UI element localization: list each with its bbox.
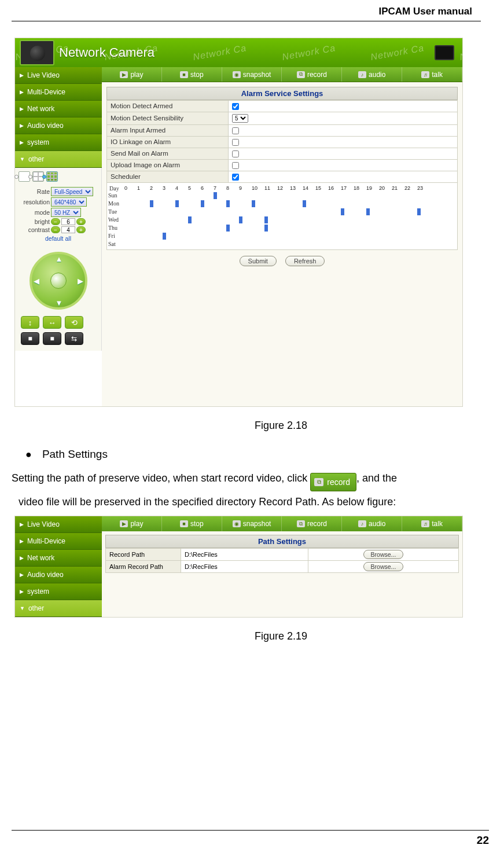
schedule-mark[interactable] [214,192,217,199]
toolbar-play-button[interactable]: ▶play [102,516,162,531]
ptz-left-icon[interactable]: ◀ [34,277,39,285]
schedule-track[interactable] [123,200,456,207]
sidebar-item-live-video[interactable]: ▶Live Video [15,67,102,84]
toolbar-snapshot-button[interactable]: ◉snapshot [222,67,282,82]
schedule-mark[interactable] [417,208,421,215]
dark-button-1[interactable]: ■ [21,332,39,345]
schedule-mark[interactable] [264,216,268,223]
schedule-mark[interactable] [226,200,230,207]
dark-button-3[interactable]: ⇆ [65,332,83,345]
green-button-3[interactable]: ⟲ [65,316,83,329]
send-mail-checkbox[interactable] [232,150,239,157]
schedule-mark[interactable] [201,200,204,207]
refresh-button[interactable]: Refresh [285,256,325,266]
schedule-mark[interactable] [188,216,192,223]
ptz-center-button[interactable] [50,273,67,289]
schedule-mark[interactable] [163,233,166,240]
sidebar-item-system[interactable]: ▶system [15,583,102,600]
contrast-minus-button[interactable]: − [51,226,60,233]
alarm-input-checkbox[interactable] [232,127,239,134]
play-icon: ▶ [120,71,128,78]
alarm-settings-title: Alarm Service Settings [106,87,458,100]
contrast-value[interactable] [61,226,75,233]
resolution-select[interactable]: 640*480 [51,197,87,207]
schedule-mark[interactable] [366,208,370,215]
schedule-grid[interactable]: Day 012345678910111213141516171819202122… [106,182,458,250]
schedule-mark[interactable] [264,225,268,232]
schedule-mark[interactable] [252,200,255,207]
schedule-row[interactable]: Mon [108,200,456,208]
sidebar-item-net-work[interactable]: ▶Net work [15,550,102,567]
record-path-browse-button[interactable]: Browse... [363,550,404,559]
toolbar-stop-button[interactable]: ■stop [162,67,222,82]
schedule-row[interactable]: Tue [108,208,456,216]
sidebar-item-live-video[interactable]: ▶Live Video [15,516,102,533]
chevron-right-icon: ▶ [20,106,24,112]
alarm-record-path-browse-button[interactable]: Browse... [363,562,404,571]
ptz-down-icon[interactable]: ▼ [56,299,63,307]
schedule-track[interactable] [123,208,456,215]
schedule-mark[interactable] [226,225,230,232]
schedule-day-name: Wed [108,216,123,223]
record-button-inline[interactable]: ⧉ record [310,473,356,491]
row-motion-armed-label: Motion Detect Armed [107,101,229,112]
contrast-plus-button[interactable]: + [76,226,86,233]
upload-image-checkbox[interactable] [232,162,239,169]
ptz-control[interactable]: ▲ ▼ ◀ ▶ [27,249,90,313]
scheduler-checkbox[interactable] [232,174,239,181]
toolbar-snapshot-button[interactable]: ◉snapshot [222,516,282,531]
sidebar-item-system[interactable]: ▶system [15,134,102,151]
schedule-track[interactable] [123,225,456,232]
toolbar: ▶play ■stop ◉snapshot ⧉record ♪audio ♬ta… [102,67,462,82]
toolbar-audio-button[interactable]: ♪audio [342,516,402,531]
sidebar-item-multi-device[interactable]: ▶Multi-Device [15,533,102,550]
rate-select[interactable]: Full-Speed [51,187,93,196]
green-button-2[interactable]: ↔ [43,316,61,329]
bright-minus-button[interactable]: − [51,218,60,225]
ptz-right-icon[interactable]: ▶ [78,277,83,285]
schedule-mark[interactable] [303,200,306,207]
schedule-mark[interactable] [341,208,344,215]
default-all-link[interactable]: default all [16,234,100,245]
sidebar-item-audio-video[interactable]: ▶Audio video [15,567,102,583]
bright-plus-button[interactable]: + [76,218,86,225]
schedule-track[interactable] [123,233,456,240]
toolbar-audio-button[interactable]: ♪audio [342,67,402,82]
bright-value[interactable] [61,218,75,225]
dark-button-2[interactable]: ■ [43,332,61,345]
sidebar-item-other[interactable]: ▼other [15,151,102,168]
sidebar-item-other[interactable]: ▼other [15,600,102,617]
sidebar-item-audio-video[interactable]: ▶Audio video [15,117,102,134]
schedule-track[interactable] [123,241,456,248]
schedule-row[interactable]: Sat [108,240,456,248]
schedule-row[interactable]: Wed [108,216,456,224]
sidebar-item-net-work[interactable]: ▶Net work [15,101,102,117]
schedule-track[interactable] [123,216,456,223]
toolbar-talk-button[interactable]: ♬talk [402,67,462,82]
motion-armed-checkbox[interactable] [232,103,239,110]
toolbar-stop-button[interactable]: ■stop [162,516,222,531]
schedule-mark[interactable] [175,200,179,207]
schedule-row[interactable]: Sun [108,192,456,200]
record-path-input[interactable] [185,551,304,558]
view-nine-button[interactable] [46,171,58,182]
green-button-1[interactable]: ↕ [21,316,39,329]
chevron-right-icon: ▶ [20,139,24,145]
schedule-mark[interactable] [239,216,242,223]
schedule-row[interactable]: Thu [108,224,456,232]
schedule-row[interactable]: Fri [108,232,456,240]
header-rule [12,21,481,21]
ptz-up-icon[interactable]: ▲ [56,255,63,263]
mode-select[interactable]: 50 HZ [51,208,81,217]
alarm-record-path-input[interactable] [185,563,304,570]
toolbar-play-button[interactable]: ▶play [102,67,162,82]
schedule-mark[interactable] [150,200,153,207]
submit-button[interactable]: Submit [240,256,277,266]
motion-sens-select[interactable]: 5 [232,114,248,123]
toolbar-talk-button[interactable]: ♬talk [402,516,462,531]
toolbar-record-button[interactable]: ⧉record [282,67,342,82]
io-linkage-checkbox[interactable] [232,139,239,146]
sidebar-item-multi-device[interactable]: ▶Multi-Device [15,84,102,101]
toolbar-record-button[interactable]: ⧉record [282,516,342,531]
schedule-track[interactable] [123,192,456,199]
